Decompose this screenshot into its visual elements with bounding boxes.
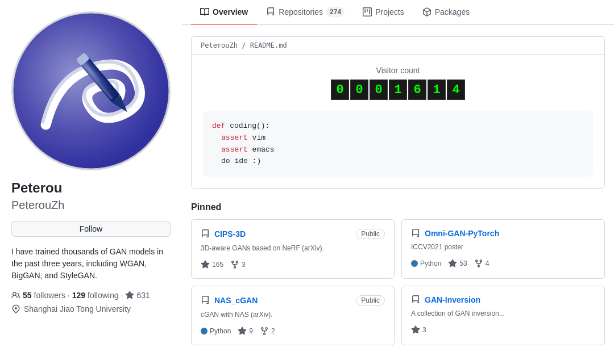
nas-cgan-meta: Python 9 2	[201, 327, 385, 336]
cips3d-star-count: 165	[212, 261, 223, 269]
nas-cgan-link[interactable]: NAS_cGAN	[214, 296, 258, 305]
tabs-bar: Overview Repositories 274 Projects P	[182, 0, 614, 25]
location-text: Shanghai Jiao Tong University	[24, 304, 131, 313]
card-title-omni-gan: Omni-GAN-PyTorch	[411, 229, 499, 238]
projects-icon	[363, 7, 372, 16]
code-def-kw: def	[212, 122, 225, 130]
card-header-omni-gan: Omni-GAN-PyTorch	[411, 229, 595, 238]
card-title-cips3d: CIPS-3D	[201, 229, 246, 239]
code-line-1: def coding():	[212, 120, 584, 132]
gan-inversion-desc: A collection of GAN inversion...	[411, 309, 595, 319]
nas-fork-count: 2	[271, 327, 275, 335]
cips3d-stars: 165	[201, 260, 223, 269]
nas-cgan-visibility: Public	[356, 295, 385, 306]
star-icon-nas	[238, 327, 247, 336]
card-title-nas-cgan: NAS_cGAN	[201, 296, 258, 305]
followers-link[interactable]: 55	[23, 291, 32, 300]
tab-projects-label: Projects	[375, 7, 404, 16]
gan-inversion-link[interactable]: GAN-Inversion	[425, 295, 480, 304]
sidebar: Peterou PeterouZh Follow I have trained …	[0, 0, 182, 364]
gan-inversion-meta: 3	[411, 325, 595, 334]
omni-gan-desc: ICCV2021 poster	[411, 242, 595, 252]
code-assert2: assert	[221, 145, 248, 154]
omni-gan-language: Python	[420, 260, 441, 267]
omni-gan-lang: Python	[411, 260, 441, 267]
main-content: Overview Repositories 274 Projects P	[182, 0, 614, 364]
fork-icon-nas	[260, 327, 269, 336]
nas-cgan-language: Python	[210, 327, 231, 335]
profile-name: Peterou	[11, 179, 171, 196]
gan-inversion-stars: 3	[411, 325, 426, 334]
nas-star-count: 9	[249, 327, 253, 335]
card-header-cips3d: CIPS-3D Public	[201, 229, 385, 239]
stats-row: 55 followers · 129 following · 631	[11, 291, 171, 300]
omni-fork-count: 4	[486, 260, 489, 267]
digit-6: 4	[447, 80, 465, 100]
tab-packages-label: Packages	[435, 7, 470, 16]
pinned-card-gan-inversion: GAN-Inversion A collection of GAN invers…	[401, 286, 605, 345]
pinned-card-omni-gan: Omni-GAN-PyTorch ICCV2021 poster Python	[401, 219, 605, 279]
digit-0: 0	[331, 80, 349, 100]
nas-cgan-desc: cGAN with NAS (arXiv).	[201, 310, 385, 320]
digit-1: 0	[350, 80, 368, 100]
tab-overview[interactable]: Overview	[191, 0, 257, 25]
omni-gan-forks: 4	[474, 259, 489, 268]
tab-overview-label: Overview	[213, 7, 248, 16]
people-icon	[11, 291, 20, 300]
code-assert1: assert	[221, 133, 248, 142]
repo-icon	[266, 7, 275, 16]
repo-icon-omni	[411, 229, 420, 238]
nas-cgan-stars: 9	[238, 327, 253, 336]
nas-cgan-forks: 2	[260, 327, 275, 336]
followers-label: followers	[34, 291, 65, 300]
profile-username: PeterouZh	[11, 199, 171, 212]
omni-gan-link[interactable]: Omni-GAN-PyTorch	[425, 229, 499, 238]
digit-5: 1	[428, 80, 446, 100]
code-do: do ide :)	[221, 157, 261, 165]
tab-packages[interactable]: Packages	[413, 0, 479, 25]
following-label: following	[88, 291, 118, 300]
card-title-gan-inversion: GAN-Inversion	[411, 295, 480, 304]
card-header-nas-cgan: NAS_cGAN Public	[201, 295, 385, 306]
fork-icon-omni	[474, 259, 483, 268]
omni-gan-meta: Python 53 4	[411, 259, 595, 268]
nas-cgan-lang: Python	[201, 327, 231, 335]
star-icon-cips3d	[201, 260, 210, 269]
cips3d-link[interactable]: CIPS-3D	[214, 229, 246, 239]
omni-star-count: 53	[459, 260, 467, 267]
code-line-2: assert vim	[212, 132, 584, 144]
readme-body: Visitor count 0 0 0 1 6 1 4	[192, 55, 604, 188]
repo-icon-cips3d	[201, 229, 210, 239]
code-line-4: do ide :)	[212, 156, 584, 168]
follow-button[interactable]: Follow	[11, 221, 171, 237]
digit-3: 1	[389, 80, 407, 100]
repo-icon-gan-inv	[411, 295, 420, 304]
code-fn: coding():	[225, 122, 269, 130]
tab-repositories[interactable]: Repositories 274	[257, 0, 354, 25]
card-header-gan-inversion: GAN-Inversion	[411, 295, 595, 304]
visitor-count-label: Visitor count	[203, 66, 593, 75]
following-link[interactable]: 129	[72, 291, 85, 300]
readme-path: PeterouZh / README.md	[201, 41, 287, 49]
counter-digits: 0 0 0 1 6 1 4	[203, 80, 593, 100]
pinned-grid: CIPS-3D Public 3D-aware GANs based on Ne…	[191, 219, 605, 345]
cips3d-fork-count: 3	[242, 261, 246, 269]
cips3d-meta: 165 3	[201, 260, 385, 269]
avatar	[11, 11, 171, 170]
pinned-card-cips3d: CIPS-3D Public 3D-aware GANs based on Ne…	[191, 219, 395, 279]
bio: I have trained thousands of GAN models i…	[11, 246, 171, 282]
star-icon-omni	[448, 259, 457, 268]
star-icon	[125, 291, 134, 300]
readme-header: PeterouZh / README.md	[192, 37, 604, 55]
python-dot-omni	[411, 260, 418, 267]
book-icon	[200, 7, 209, 16]
pinned-card-nas-cgan: NAS_cGAN Public cGAN with NAS (arXiv). P…	[191, 286, 395, 345]
tab-projects[interactable]: Projects	[354, 0, 413, 25]
gan-inversion-star-count: 3	[422, 326, 426, 334]
visitor-count-section: Visitor count 0 0 0 1 6 1 4	[203, 66, 593, 100]
code-block: def coding(): assert vim assert emacs do…	[203, 111, 593, 177]
cips3d-forks: 3	[230, 260, 246, 269]
python-dot-nas	[201, 328, 208, 334]
star-count: 631	[136, 291, 150, 300]
location-row: Shanghai Jiao Tong University	[11, 304, 171, 313]
